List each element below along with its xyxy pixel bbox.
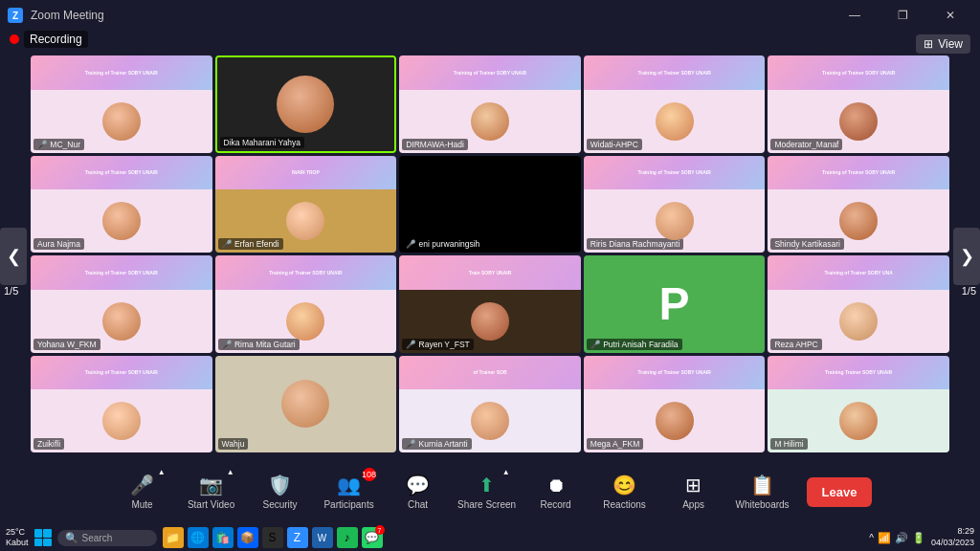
participant-name-19: M Hilimi: [770, 438, 807, 450]
video-caret[interactable]: ▲: [227, 468, 234, 476]
training-banner-9: Training of Trainer SOBY UNAIR: [768, 156, 949, 190]
training-banner-5: Training of Trainer SOBY UNAIR: [31, 156, 212, 190]
whiteboards-button[interactable]: 📋 Whiteboards: [728, 463, 797, 520]
tray-arrow-icon[interactable]: ^: [869, 533, 874, 543]
chat-button[interactable]: 💬 Chat: [384, 463, 453, 520]
participant-face-0: [102, 102, 141, 141]
video-grid: Training of Trainer SOBY UNAIR 🎤 MC_Nur …: [31, 55, 949, 455]
video-tile-yohana: Training of Trainer SOBY UNAIR Yohana W_…: [31, 255, 212, 353]
view-label: View: [938, 37, 963, 51]
clock-widget: 8:29 04/03/2023: [931, 526, 974, 548]
apps-label: Apps: [682, 499, 704, 510]
security-button[interactable]: 🛡️ Security: [246, 463, 315, 520]
taskbar-app-spotify[interactable]: ♪: [337, 527, 358, 548]
video-tile-rayen: Train SOBY UNAIR 🎤 Rayen Y_FST: [399, 255, 581, 353]
participant-face-16: [281, 380, 329, 428]
apps-button[interactable]: ⊞ Apps: [659, 463, 728, 520]
participant-face-8: [656, 202, 694, 240]
reactions-button[interactable]: 😊 Reactions: [590, 463, 659, 520]
video-tile-manaf: Training of Trainer SOBY UNAIR Moderator…: [768, 55, 949, 153]
video-tile-kurnia: of Trainer SOB 🎤 Kurnia Artanti: [399, 356, 581, 453]
window-title: Zoom Meeting: [31, 9, 104, 22]
mute-button[interactable]: ▲ 🎤 Mute: [108, 463, 177, 520]
chat-icon: 💬: [406, 474, 430, 496]
participant-face-1: [277, 76, 334, 133]
record-button[interactable]: ⏺ Record: [522, 463, 590, 520]
apps-icon: ⊞: [685, 474, 702, 496]
participants-button[interactable]: 108 👥 Participants: [315, 463, 384, 520]
weather-widget: 25°C Kabut: [6, 527, 29, 548]
share-caret[interactable]: ▲: [502, 468, 510, 476]
video-tile-rima: Training of Trainer SOBY UNAIR 🎤 Rima Mi…: [215, 255, 397, 353]
record-icon: ⏺: [546, 474, 566, 496]
participant-name-14: Reza AHPC: [770, 339, 821, 350]
search-input[interactable]: [82, 533, 149, 543]
search-icon: 🔍: [65, 532, 78, 544]
participant-face-10: [102, 302, 141, 341]
taskbar-app-zoom[interactable]: Z: [287, 527, 308, 548]
taskbar-app-edge[interactable]: 🌐: [188, 527, 209, 548]
share-screen-button[interactable]: ▲ ⬆ Share Screen: [453, 463, 522, 520]
participant-name-3: Widati-AHPC: [587, 139, 642, 150]
participant-name-8: Riris Diana Rachmayanti: [587, 238, 684, 250]
reactions-label: Reactions: [603, 499, 645, 510]
taskbar-app-word[interactable]: W: [312, 527, 333, 548]
video-tile-putri: P 🎤 Putri Anisah Faradila: [584, 255, 766, 353]
participant-name-2: DIRMAWA-Hadi: [402, 139, 468, 150]
security-icon: 🛡️: [268, 474, 292, 496]
video-tile-riris: Training of Trainer SOBY UNAIR Riris Dia…: [584, 156, 766, 253]
nav-next-button[interactable]: ❯: [953, 228, 980, 285]
participant-face-15: [102, 402, 141, 440]
reactions-icon: 😊: [612, 474, 636, 496]
participant-name-6: 🎤 Erfan Efendi: [218, 238, 283, 250]
minimize-button[interactable]: —: [833, 2, 877, 29]
recording-dot: [10, 34, 19, 44]
windows-taskbar: 25°C Kabut 🔍 📁 🌐 🛍️ 📦 S Z W ♪ 💬 7 ^: [0, 524, 980, 551]
page-indicator-left: 1/5: [4, 285, 18, 297]
microphone-icon: 🎤: [130, 474, 154, 496]
taskbar-app-files[interactable]: 📁: [163, 527, 184, 548]
mute-caret[interactable]: ▲: [158, 468, 166, 476]
participant-name-10: Yohana W_FKM: [33, 339, 100, 350]
wa-badge: 7: [375, 525, 385, 535]
taskbar-app-store[interactable]: 🛍️: [212, 527, 234, 548]
whiteboard-icon: 📋: [750, 474, 774, 496]
nav-previous-button[interactable]: ❮: [0, 228, 27, 285]
participant-name-0: 🎤 MC_Nur: [33, 139, 84, 150]
close-button[interactable]: ✕: [928, 2, 972, 29]
participant-face-4: [839, 102, 878, 141]
weather-temp: 25°C: [6, 527, 29, 538]
participant-face-14: [839, 302, 878, 341]
zoom-icon: Z: [8, 8, 23, 23]
leave-button[interactable]: Leave: [807, 477, 873, 507]
video-icon: 📷: [199, 474, 223, 496]
view-button[interactable]: ⊞ View: [916, 34, 970, 54]
clock-time: 8:29: [957, 526, 974, 538]
maximize-button[interactable]: ❐: [880, 2, 924, 29]
training-banner-0: Training of Trainer SOBY UNAIR: [31, 55, 212, 90]
windows-start-button[interactable]: [34, 529, 52, 546]
taskbar-app-script[interactable]: S: [262, 527, 283, 548]
video-tile-hadi: Training of Trainer SOBY UNAIR DIRMAWA-H…: [399, 55, 581, 153]
training-banner-15: Training of Trainer SOBY UNAIR: [31, 356, 212, 390]
video-tile-widati: Training of Trainer SOBY UNAIR Widati-AH…: [584, 55, 766, 153]
taskbar-left: 25°C Kabut 🔍 📁 🌐 🛍️ 📦 S Z W ♪ 💬 7: [6, 527, 383, 548]
recording-label: Recording: [24, 31, 88, 48]
weather-condition: Kabut: [6, 538, 29, 548]
taskbar-app-dropbox[interactable]: 📦: [237, 527, 258, 548]
video-tile-erfan: NIARI TROP 🎤 Erfan Efendi: [215, 156, 397, 253]
taskbar-search[interactable]: 🔍: [57, 530, 157, 546]
participant-name-15: Zuikifli: [33, 438, 64, 450]
whiteboards-label: Whiteboards: [735, 499, 789, 510]
taskbar-app-wa[interactable]: 💬 7: [362, 527, 383, 548]
participant-name-7: 🎤 eni purwaningsih: [402, 238, 483, 250]
participant-name-16: Wahju: [218, 438, 249, 450]
start-video-button[interactable]: ▲ 📷 Start Video: [177, 463, 246, 520]
video-tile-hilmi: Training Trainer SOBY UNAIR M Hilimi: [768, 356, 949, 453]
volume-icon[interactable]: 🔊: [895, 532, 908, 544]
security-label: Security: [263, 499, 298, 510]
participant-name-9: Shindy Kartikasari: [770, 238, 844, 250]
chat-label: Chat: [408, 499, 428, 510]
participant-face-9: [839, 202, 878, 240]
share-screen-label: Share Screen: [457, 499, 516, 510]
